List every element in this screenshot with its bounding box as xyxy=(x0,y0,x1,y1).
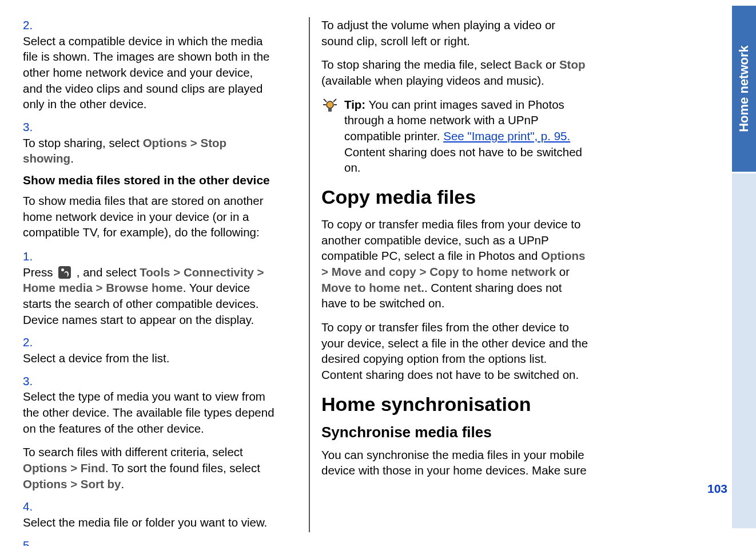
list-number: 1. xyxy=(23,248,39,264)
list-item: 2. Select a device from the list. xyxy=(23,334,292,366)
list-item: 2. Select a compatible device in which t… xyxy=(23,17,292,112)
list-main: 1. Press , and select Tools > Connectivi… xyxy=(23,248,292,546)
page-content: 2. Select a compatible device in which t… xyxy=(0,0,756,546)
tip-label: Tip: xyxy=(344,98,365,111)
menu-label: Stop xyxy=(559,58,586,71)
menu-label: Copy to home network xyxy=(429,265,556,278)
left-column: 2. Select a compatible device in which t… xyxy=(11,17,309,529)
list-text: To stop sharing, select Options > Stop s… xyxy=(23,135,274,167)
list-text: Select the type of media you want to vie… xyxy=(23,389,274,492)
list-item: 3. To stop sharing, select Options > Sto… xyxy=(23,119,292,167)
menu-label: Home media xyxy=(23,281,93,294)
lightbulb-icon xyxy=(321,97,339,176)
heading-home-sync: Home synchronisation xyxy=(321,393,590,416)
list-number: 5. xyxy=(23,537,39,546)
list-text: Select the media file or folder you want… xyxy=(23,515,274,531)
menu-label: Options xyxy=(23,477,67,490)
list-number: 3. xyxy=(23,119,39,135)
tip-text: Tip: You can print images saved in Photo… xyxy=(344,97,590,176)
menu-label: Options xyxy=(541,249,585,262)
list-item: 1. Press , and select Tools > Connectivi… xyxy=(23,248,292,327)
list-number: 2. xyxy=(23,17,39,33)
menu-label: Connectivity xyxy=(184,266,254,279)
list-sub-paragraph: To search files with different criteria,… xyxy=(23,444,274,492)
menu-label: Move to home net. xyxy=(321,281,424,294)
list-number: 3. xyxy=(23,373,39,389)
list-text: Select a compatible device in which the … xyxy=(23,33,274,112)
svg-rect-5 xyxy=(328,108,332,112)
menu-label: Options xyxy=(143,136,187,149)
menu-label: Sort by xyxy=(81,477,121,490)
paragraph: To show media files that are stored on a… xyxy=(23,193,292,240)
page-number: 103 xyxy=(707,482,727,496)
menu-key-icon xyxy=(58,266,71,279)
right-column: To adjust the volume when playing a vide… xyxy=(310,17,607,529)
list-item: 5. Press the scroll key, and select Play… xyxy=(23,537,292,546)
list-number: 2. xyxy=(23,334,39,350)
paragraph: You can synchronise the media files in y… xyxy=(321,447,590,478)
list-number: 4. xyxy=(23,498,39,515)
paragraph: To copy or transfer media files from you… xyxy=(321,216,590,311)
svg-line-1 xyxy=(333,99,336,102)
paragraph: To adjust the volume when playing a vide… xyxy=(321,17,590,49)
menu-label: Find xyxy=(81,461,105,474)
list-item: 3. Select the type of media you want to … xyxy=(23,373,292,492)
section-tab: Home network xyxy=(732,6,756,172)
list-text: Press , and select Tools > Connectivity … xyxy=(23,264,274,328)
list-item: 4. Select the media file or folder you w… xyxy=(23,498,292,530)
subheading: Show media files stored in the other dev… xyxy=(23,173,292,187)
paragraph: To stop sharing the media file, select B… xyxy=(321,57,590,88)
tip-block: Tip: You can print images saved in Photo… xyxy=(321,97,590,176)
svg-point-4 xyxy=(327,101,333,108)
subheading-sync-media: Synchronise media files xyxy=(321,424,590,441)
menu-label: Move and copy xyxy=(332,265,416,278)
list-top: 2. Select a compatible device in which t… xyxy=(23,17,292,167)
menu-label: Browse home xyxy=(106,281,182,294)
menu-label: Back xyxy=(514,58,542,71)
list-text: Select a device from the list. xyxy=(23,350,274,366)
menu-label: Tools xyxy=(140,266,170,279)
svg-line-0 xyxy=(324,99,327,102)
section-tab-track xyxy=(732,173,756,528)
menu-label: Options xyxy=(23,461,67,474)
paragraph: To copy or transfer files from the other… xyxy=(321,319,590,383)
heading-copy-media: Copy media files xyxy=(321,186,590,208)
cross-reference-link[interactable]: See "Image print", p. 95. xyxy=(443,129,570,143)
section-tab-label: Home network xyxy=(737,45,751,132)
